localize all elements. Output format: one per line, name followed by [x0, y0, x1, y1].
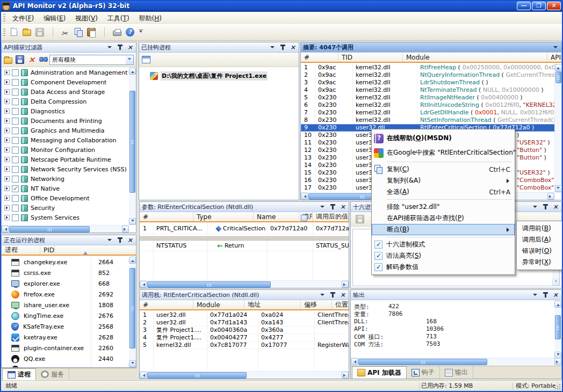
- expand-icon[interactable]: [4, 195, 10, 201]
- panel-menu-button[interactable]: [531, 291, 539, 299]
- panel-menu-button[interactable]: [269, 43, 276, 51]
- process-row[interactable]: explorer.exe 668: [2, 278, 129, 289]
- resize-grip[interactable]: [554, 383, 561, 390]
- chevron-down-icon[interactable]: [126, 55, 133, 64]
- menu-item[interactable]: 帮助(H): [134, 13, 167, 23]
- filter-checkbox[interactable]: [12, 166, 19, 173]
- filter-checkbox[interactable]: [12, 137, 19, 144]
- dock-tab[interactable]: 钩子: [407, 366, 440, 379]
- filter-checkbox[interactable]: [12, 89, 19, 96]
- stack-frame-row[interactable]: 4 复件 Project1.... 0x00404277 0x4277: [140, 334, 349, 342]
- column-header[interactable]: Name: [254, 212, 299, 221]
- filter-tree-item[interactable]: Office Development: [2, 193, 129, 203]
- expand-icon[interactable]: [4, 215, 10, 220]
- delete-icon[interactable]: [27, 55, 36, 64]
- toolbar-button[interactable]: [46, 26, 59, 39]
- process-row[interactable]: plugin-container.exe 2260: [2, 343, 129, 353]
- menu-item[interactable]: 工具(T): [103, 13, 134, 23]
- context-menu-item[interactable]: 语法高亮(S): [372, 250, 515, 262]
- stack-frame-row[interactable]: 2 user32.dll 0x77d1a143 0xa143 ClientThr…: [140, 319, 349, 326]
- scroll-right-button[interactable]: [342, 281, 349, 288]
- column-header[interactable]: Module: [193, 300, 244, 309]
- expand-icon[interactable]: [4, 147, 10, 153]
- scroll-down-button[interactable]: [552, 279, 559, 286]
- toolbar-button[interactable]: [98, 26, 111, 39]
- submenu-item[interactable]: 调用后(A): [517, 234, 563, 245]
- scroll-down-button[interactable]: [129, 360, 136, 367]
- scroll-left-button[interactable]: [140, 281, 147, 288]
- module-filter-select[interactable]: 所有模块: [49, 55, 134, 65]
- scroll-right-button[interactable]: [554, 358, 561, 365]
- column-header[interactable]: 位置: [332, 300, 349, 309]
- panel-close-button[interactable]: [552, 203, 559, 210]
- scroll-thumb[interactable]: [555, 71, 561, 83]
- api-call-row[interactable]: 3 0x9ac kernel32.dll LdrShutdownThread (…: [301, 79, 561, 86]
- column-header[interactable]: 进程: [2, 245, 40, 255]
- dock-tab[interactable]: 进程: [2, 368, 36, 380]
- toolbar-button[interactable]: [72, 26, 85, 39]
- scroll-thumb[interactable]: [129, 268, 135, 349]
- filter-tree-item[interactable]: Messaging and Collaboration: [2, 135, 129, 145]
- filter-checkbox[interactable]: [12, 214, 19, 221]
- filter-checkbox[interactable]: [12, 176, 19, 183]
- column-header[interactable]: #: [301, 53, 338, 62]
- api-call-row[interactable]: 5 0x230 kernel32.dll RtlImageNtHeader ( …: [301, 94, 561, 101]
- expand-icon[interactable]: [4, 157, 10, 162]
- process-row[interactable]: QQ.exe 2440: [2, 353, 129, 364]
- scroll-thumb[interactable]: [555, 315, 561, 339]
- filter-tree-item[interactable]: Security: [2, 203, 129, 213]
- submenu-item[interactable]: 调用前(B): [517, 223, 563, 234]
- submenu-item[interactable]: 异常时(X): [517, 257, 563, 268]
- expand-icon[interactable]: [4, 108, 10, 114]
- api-call-row[interactable]: 1 0x9ac kernel32.dll RtlFreeHeap ( 0x002…: [301, 64, 561, 71]
- hooked-list-icon[interactable]: [142, 56, 150, 63]
- summary-table-header[interactable]: #TIDModuleAPI: [301, 53, 561, 63]
- process-row[interactable]: kxetray.exe 2628: [2, 332, 129, 343]
- panel-menu-button[interactable]: [552, 43, 559, 51]
- output-log[interactable]: 类型: 422 变量: 7806 DLL: 168 API: 10306: [351, 301, 554, 359]
- context-menu-item[interactable]: 十六进制模式: [372, 239, 515, 250]
- expand-icon[interactable]: [4, 99, 10, 104]
- scroll-thumb[interactable]: [147, 372, 247, 379]
- toolbar-button[interactable]: [111, 26, 124, 39]
- filter-tree-vscrollbar[interactable]: [129, 68, 136, 225]
- panel-close-button[interactable]: [289, 43, 297, 51]
- minimize-button[interactable]: —: [517, 2, 531, 10]
- filter-tree-item[interactable]: Documents and Printing: [2, 116, 129, 126]
- context-menu-item[interactable]: 在API捕获筛选器中查找(P): [372, 213, 515, 224]
- dock-tab[interactable]: 服务: [36, 368, 69, 380]
- toolbar-button[interactable]: [124, 26, 136, 39]
- panel-pin-button[interactable]: [116, 236, 124, 244]
- scroll-left-button[interactable]: [301, 193, 308, 200]
- process-list-vscrollbar[interactable]: [129, 257, 136, 367]
- dock-tab[interactable]: 输出: [440, 366, 473, 379]
- expand-icon[interactable]: [4, 205, 10, 210]
- scroll-left-button[interactable]: [140, 372, 147, 379]
- panel-close-button[interactable]: [339, 203, 347, 210]
- process-row[interactable]: firefox.exe 2692: [2, 289, 129, 300]
- parameters-hscrollbar[interactable]: [140, 280, 349, 288]
- filter-tree-item[interactable]: Networking: [2, 174, 129, 184]
- filter-tree-item[interactable]: System Services: [2, 213, 129, 222]
- dock-tab[interactable]: API 加载器: [352, 366, 407, 379]
- panel-close-button[interactable]: [126, 236, 134, 244]
- panel-pin-button[interactable]: [279, 43, 286, 51]
- context-menu-item[interactable]: 断点(B): [372, 224, 515, 235]
- context-menu-item[interactable]: 在线帮助(O)(MSDN): [372, 131, 515, 146]
- expand-icon[interactable]: [4, 70, 10, 75]
- panel-menu-button[interactable]: [106, 43, 113, 51]
- panel-pin-button[interactable]: [542, 203, 549, 210]
- menu-item[interactable]: 文件(F): [8, 13, 39, 23]
- api-call-row[interactable]: 4 0x9ac kernel32.dll NtTerminateThread (…: [301, 86, 561, 94]
- stack-frame-row[interactable]: 3 复件 Project1.... 0x0040360a 0x360a: [140, 326, 349, 334]
- toolbar-button[interactable]: [353, 213, 366, 226]
- toolbar-overflow-button[interactable]: [138, 26, 144, 38]
- filter-tree-item[interactable]: Monitor Configuration: [2, 145, 129, 155]
- filter-tree-item[interactable]: NT Native: [2, 184, 129, 193]
- filter-tree-item[interactable]: Administration and Management: [2, 68, 129, 77]
- output-vscrollbar[interactable]: [554, 301, 561, 359]
- column-header[interactable]: #: [140, 300, 193, 309]
- process-row[interactable]: QQ.exe 3796: [2, 364, 129, 367]
- stack-frame-row[interactable]: 5 kernel32.dll 0x7c817077 0x17077 Regist…: [140, 342, 349, 349]
- callstack-table-header[interactable]: #Module地址偏移位置: [140, 300, 349, 310]
